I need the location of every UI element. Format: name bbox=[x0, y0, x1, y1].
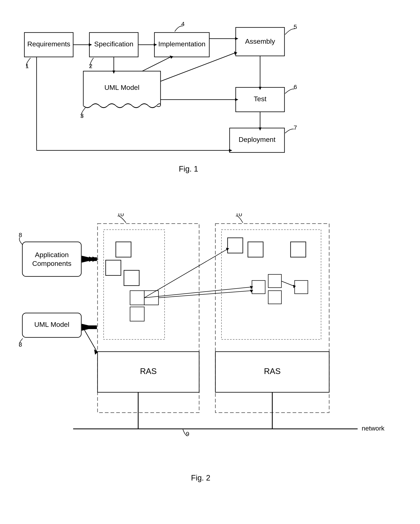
svg-marker-84 bbox=[94, 349, 98, 355]
svg-text:6: 6 bbox=[294, 84, 297, 90]
svg-marker-73 bbox=[226, 248, 229, 251]
svg-rect-66 bbox=[248, 242, 263, 257]
svg-text:4: 4 bbox=[181, 20, 185, 27]
svg-marker-24 bbox=[259, 127, 262, 131]
svg-rect-62 bbox=[130, 291, 144, 305]
svg-text:10: 10 bbox=[235, 213, 242, 218]
svg-rect-46 bbox=[22, 313, 81, 337]
svg-text:Deployment: Deployment bbox=[239, 136, 275, 143]
svg-line-78 bbox=[158, 291, 252, 298]
svg-marker-18 bbox=[154, 43, 157, 46]
svg-rect-43 bbox=[22, 242, 81, 276]
svg-line-34 bbox=[161, 53, 235, 81]
svg-line-83 bbox=[82, 325, 97, 352]
svg-text:10: 10 bbox=[117, 213, 124, 218]
svg-text:1: 1 bbox=[26, 63, 29, 69]
svg-rect-11 bbox=[236, 87, 284, 112]
svg-text:9: 9 bbox=[186, 430, 189, 437]
svg-text:2: 2 bbox=[89, 63, 93, 69]
svg-marker-35 bbox=[234, 52, 237, 55]
svg-text:7: 7 bbox=[294, 124, 297, 131]
svg-rect-54 bbox=[215, 352, 329, 392]
svg-text:UML Model: UML Model bbox=[34, 321, 69, 328]
svg-marker-77 bbox=[293, 285, 296, 288]
svg-marker-75 bbox=[250, 286, 253, 289]
svg-rect-48 bbox=[98, 224, 199, 413]
svg-rect-69 bbox=[268, 274, 282, 288]
svg-marker-87 bbox=[82, 324, 96, 331]
svg-line-32 bbox=[142, 57, 171, 71]
svg-rect-86 bbox=[82, 257, 97, 261]
svg-rect-52 bbox=[98, 352, 199, 392]
fig2-area: Application Components UML Model RAS RAS bbox=[12, 213, 398, 494]
svg-text:3: 3 bbox=[19, 341, 22, 348]
svg-text:Components: Components bbox=[32, 260, 71, 267]
svg-text:Specification: Specification bbox=[94, 40, 134, 48]
fig1-label: Fig. 1 bbox=[179, 165, 198, 173]
svg-line-72 bbox=[144, 249, 228, 298]
svg-rect-63 bbox=[144, 291, 158, 305]
svg-marker-16 bbox=[89, 43, 92, 46]
svg-rect-50 bbox=[104, 230, 165, 340]
svg-marker-85 bbox=[82, 256, 96, 263]
svg-marker-82 bbox=[89, 256, 95, 262]
svg-rect-61 bbox=[124, 270, 139, 286]
svg-text:5: 5 bbox=[294, 23, 297, 30]
fig2-label: Fig. 2 bbox=[191, 474, 210, 482]
svg-marker-33 bbox=[170, 55, 173, 59]
svg-text:RAS: RAS bbox=[140, 367, 157, 376]
svg-rect-59 bbox=[116, 242, 131, 257]
svg-rect-4 bbox=[154, 33, 209, 57]
svg-marker-31 bbox=[235, 98, 238, 101]
svg-text:network: network bbox=[362, 425, 385, 432]
svg-text:3: 3 bbox=[80, 112, 84, 119]
svg-marker-29 bbox=[229, 149, 232, 152]
svg-rect-64 bbox=[130, 307, 144, 321]
svg-text:Application: Application bbox=[35, 251, 69, 259]
svg-marker-26 bbox=[112, 70, 115, 74]
svg-rect-8 bbox=[83, 71, 161, 106]
fig1-area: Requirements Specification Implementatio… bbox=[12, 12, 398, 179]
svg-text:Implementation: Implementation bbox=[158, 40, 206, 48]
svg-rect-71 bbox=[295, 280, 308, 294]
svg-marker-22 bbox=[259, 87, 262, 90]
svg-marker-20 bbox=[235, 37, 238, 40]
svg-marker-79 bbox=[250, 290, 253, 292]
svg-text:Requirements: Requirements bbox=[27, 40, 70, 48]
svg-rect-6 bbox=[236, 27, 284, 56]
svg-rect-70 bbox=[268, 291, 282, 304]
svg-line-74 bbox=[144, 287, 252, 298]
svg-text:UML Model: UML Model bbox=[104, 84, 140, 91]
svg-rect-65 bbox=[228, 238, 243, 253]
diagram-container: Requirements Specification Implementatio… bbox=[0, 0, 420, 524]
svg-rect-13 bbox=[230, 128, 284, 152]
svg-rect-88 bbox=[82, 325, 97, 329]
svg-rect-2 bbox=[89, 33, 138, 57]
svg-rect-68 bbox=[252, 280, 265, 294]
svg-text:8: 8 bbox=[19, 232, 22, 238]
svg-rect-0 bbox=[24, 33, 73, 57]
svg-rect-49 bbox=[215, 224, 329, 413]
svg-marker-81 bbox=[93, 256, 99, 262]
svg-rect-51 bbox=[222, 230, 321, 340]
svg-text:RAS: RAS bbox=[264, 367, 281, 376]
svg-rect-67 bbox=[291, 242, 306, 257]
svg-text:Assembly: Assembly bbox=[245, 37, 275, 45]
svg-line-76 bbox=[282, 281, 294, 286]
svg-rect-60 bbox=[106, 260, 121, 275]
svg-text:Test: Test bbox=[254, 95, 266, 103]
